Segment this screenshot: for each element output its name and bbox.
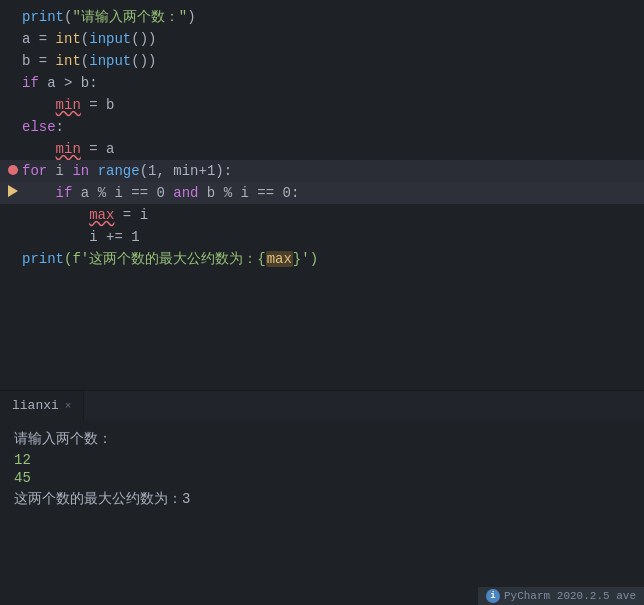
code-content-3: b = int(input()) [22,50,644,72]
terminal-tab-close[interactable]: × [65,400,72,412]
token: = b [81,97,115,113]
bp-9-arrow [8,185,18,197]
token: ( [81,31,89,47]
token: ()) [131,53,156,69]
token [22,185,56,201]
code-line-10: max = i [0,204,644,226]
code-line-6: else: [0,116,644,138]
token: i += 1 [22,229,140,245]
token: max [266,251,293,267]
code-line-5: min = b [0,94,644,116]
token: max [89,207,114,223]
bp-10-dot [8,209,18,219]
token: ()) [131,31,156,47]
token: i [47,163,72,179]
code-content-5: min = b [22,94,644,116]
info-icon: i [486,589,500,603]
token: = a [81,141,115,157]
token: a % i == 0 [72,185,173,201]
terminal-output-3: 这两个数的最大公约数为：3 [14,490,630,508]
token: min [56,97,81,113]
terminal-body: 请输入两个数： 12 45 这两个数的最大公约数为：3 i PyCharm 20… [0,420,644,605]
token [22,97,56,113]
code-line-9: if a % i == 0 and b % i == 0: [0,182,644,204]
token: print [22,251,64,267]
token: "请输入两个数：" [72,9,187,25]
terminal-tab-lianxi[interactable]: lianxi × [0,391,84,421]
code-content-1: print("请输入两个数：") [22,6,644,28]
terminal-output-2: 45 [14,470,630,486]
token: in [72,163,89,179]
terminal-output-1: 12 [14,452,630,468]
token: range [98,163,140,179]
code-content-9: if a % i == 0 and b % i == 0: [22,182,644,204]
editor-area: print("请输入两个数：") a = int(input()) b = in… [0,0,644,390]
token: ( [81,53,89,69]
token [89,163,97,179]
token: ) [187,9,195,25]
code-line-4: if a > b: [0,72,644,94]
code-line-15 [0,314,644,336]
token: print [22,9,64,25]
code-content-12: print(f'这两个数的最大公约数为：{max}') [22,248,644,270]
code-content-7: min = a [22,138,644,160]
code-line-12: print(f'这两个数的最大公约数为：{max}') [0,248,644,270]
token: (1, min+1): [140,163,232,179]
token: (f'这两个数的最大公约数为：{ [64,251,266,267]
terminal-tab-label: lianxi [12,398,59,413]
token: = i [114,207,148,223]
token: if [56,185,73,201]
editor-container: print("请输入两个数：") a = int(input()) b = in… [0,0,644,605]
token [22,207,89,223]
code-line-11: i += 1 [0,226,644,248]
token: a = [22,31,56,47]
code-line-3: b = int(input()) [0,50,644,72]
token: else [22,119,56,135]
code-content-11: i += 1 [22,226,644,248]
code-line-1: print("请输入两个数：") [0,6,644,28]
code-content-4: if a > b: [22,72,644,94]
token: int [56,31,81,47]
token: if [22,75,39,91]
token: input [89,53,131,69]
pycharm-badge: i PyCharm 2020.2.5 ave [478,587,644,605]
token: b % i == 0: [198,185,299,201]
token: for [22,163,47,179]
code-line-8: for i in range(1, min+1): [0,160,644,182]
code-content-6: else: [22,116,644,138]
code-content-10: max = i [22,204,644,226]
terminal-output-0: 请输入两个数： [14,430,630,448]
code-content-8: for i in range(1, min+1): [22,160,644,182]
token [22,141,56,157]
token: a > b: [39,75,98,91]
token: b = [22,53,56,69]
bp-8-dot [8,165,18,175]
pycharm-version-label: PyCharm 2020.2.5 ave [504,590,636,602]
token: and [173,185,198,201]
code-content-2: a = int(input()) [22,28,644,50]
code-line-2: a = int(input()) [0,28,644,50]
token: int [56,53,81,69]
terminal-tab-bar: lianxi × [0,390,644,420]
token: }') [293,251,318,267]
token: input [89,31,131,47]
code-line-13 [0,270,644,292]
code-line-7: min = a [0,138,644,160]
token: : [56,119,64,135]
code-line-14 [0,292,644,314]
token: min [56,141,81,157]
